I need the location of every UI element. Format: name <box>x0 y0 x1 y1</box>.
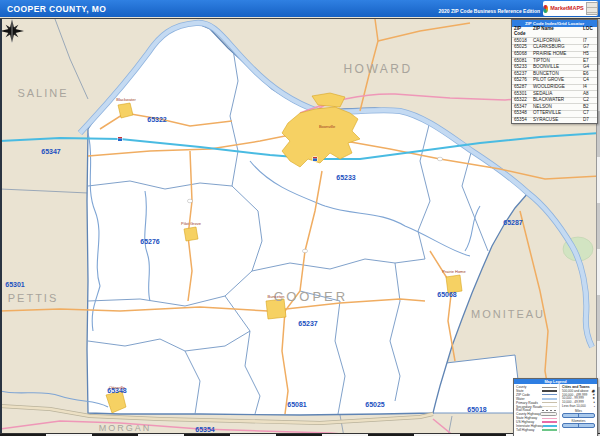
zip-code-label[interactable]: 65018 <box>467 406 486 413</box>
zip-code-label[interactable]: 65233 <box>336 174 355 181</box>
cell-zip-name: BOONVILLE <box>533 65 583 70</box>
table-row[interactable]: 65081 TIPTON E7 <box>512 57 597 64</box>
interstate-shield-icon <box>313 157 318 162</box>
legend-line-sample <box>542 410 557 411</box>
table-row[interactable]: 65018 CALIFORNIA I7 <box>512 37 597 44</box>
cell-loc: I4 <box>583 85 595 90</box>
legend-line-sample <box>542 398 557 400</box>
map-artwork <box>0 19 600 436</box>
title-banner: COOPER COUNTY, MO 2020 ZIP Code Business… <box>0 0 600 17</box>
logo-fineprint-box <box>586 2 598 15</box>
legend-line-sample <box>542 402 557 403</box>
zip-code-label[interactable]: 65347 <box>41 148 60 155</box>
compass-rose-icon <box>0 19 24 43</box>
county-name: SALINE <box>17 87 68 99</box>
zip-code-text: 65347 <box>41 148 60 155</box>
zip-code-label[interactable]: 65276 <box>140 238 159 245</box>
cell-zip-code: 65018 <box>514 39 533 44</box>
county-name: MONITEAU <box>471 308 545 320</box>
table-row[interactable]: 65025 CLARKSBURG G7 <box>512 44 597 51</box>
marketmaps-logo: MarketMAPS <box>543 1 598 16</box>
table-row[interactable]: 65322 BLACKWATER C2 <box>512 97 597 104</box>
zip-code-label[interactable]: 65287 <box>503 219 522 226</box>
zip-code-text: 65276 <box>140 238 159 245</box>
city-name-label: Pilot Grove <box>181 221 201 226</box>
county-label: MONITEAU <box>471 308 545 320</box>
cell-loc: D7 <box>583 118 595 123</box>
zip-code-text: 65322 <box>147 116 166 123</box>
table-row[interactable]: 65276 PILOT GROVE C4 <box>512 77 597 84</box>
zip-code-label[interactable]: 65068 <box>437 291 456 298</box>
zip-code-label[interactable]: 65322 <box>147 116 166 123</box>
county-label: COOPER <box>274 289 348 304</box>
city-name-label: Prairie Home <box>442 269 465 274</box>
interstate-shield-icon <box>118 137 123 142</box>
city-name-text: Pilot Grove <box>181 221 201 226</box>
city-name-text: Otterville <box>109 385 125 390</box>
county-name: HOWARD <box>343 62 412 76</box>
cell-loc: E6 <box>583 72 595 77</box>
table-row[interactable]: 65347 NELSON B2 <box>512 103 597 110</box>
zip-table-rows: 65018 CALIFORNIA I7 65025 CLARKSBURG G7 … <box>512 37 597 123</box>
table-row[interactable]: 65233 BOONVILLE G4 <box>512 64 597 71</box>
cell-zip-name: WOOLDRIDGE <box>533 85 583 90</box>
cell-zip-name: CLARKSBURG <box>533 45 583 50</box>
cell-loc: B2 <box>583 105 595 110</box>
table-row[interactable]: 65287 WOOLDRIDGE I4 <box>512 84 597 91</box>
county-label: SALINE <box>17 87 68 99</box>
city-name-label: Otterville <box>109 385 125 390</box>
city-name-text: Blackwater <box>116 97 136 102</box>
table-row[interactable]: 65237 BUNCETON E6 <box>512 70 597 77</box>
table-row[interactable]: 65354 SYRACUSE D7 <box>512 117 597 124</box>
legend-line-sample <box>543 425 557 427</box>
cell-loc: A8 <box>583 92 595 97</box>
col-loc: LOC <box>583 27 595 37</box>
edition-label: 2020 ZIP Code Business Reference Edition <box>438 8 540 14</box>
cell-zip-code: 65237 <box>514 72 533 77</box>
table-row[interactable]: 65348 OTTERVILLE C7 <box>512 110 597 117</box>
map-canvas[interactable]: SALINEHOWARDPETTISCOOPERMONITEAUMORGAN 6… <box>0 18 600 436</box>
cell-loc: C7 <box>583 111 595 116</box>
city-name-label: Boonville <box>319 124 335 129</box>
cell-zip-name: TIPTON <box>533 59 583 64</box>
cell-zip-code: 65233 <box>514 65 533 70</box>
scale-bars: Miles Kilometers <box>562 409 595 427</box>
scale-bar <box>562 423 595 427</box>
zip-code-label[interactable]: 65081 <box>287 401 306 408</box>
col-zip-name: ZIP Name <box>533 27 583 37</box>
zip-code-text: 65025 <box>365 401 384 408</box>
zip-code-label[interactable]: 65354 <box>195 426 214 433</box>
zip-code-label[interactable]: 65025 <box>365 401 384 408</box>
city-name-text: Boonville <box>319 124 335 129</box>
cell-loc: C2 <box>583 98 595 103</box>
zip-code-text: 65354 <box>195 426 214 433</box>
cell-zip-name: SEDALIA <box>533 92 583 97</box>
table-row[interactable]: 65301 SEDALIA A8 <box>512 90 597 97</box>
table-row[interactable]: 65068 PRAIRIE HOME H5 <box>512 51 597 58</box>
cell-zip-name: PILOT GROVE <box>533 78 583 83</box>
city-name-label: Bunceton <box>268 294 285 299</box>
zip-code-label[interactable]: 65237 <box>298 320 317 327</box>
legend-line-sample <box>542 406 557 407</box>
zip-code-label[interactable]: 65301 <box>5 281 24 288</box>
scale-bar <box>562 413 595 417</box>
city-symbol-icon: ● <box>593 401 595 404</box>
county-name: MORGAN <box>99 423 152 433</box>
city-name-text: Prairie Home <box>442 269 465 274</box>
cell-zip-name: BUNCETON <box>533 72 583 77</box>
legend-line-sample <box>542 418 557 420</box>
city-class-label: Less than 10,000 <box>562 404 586 408</box>
zip-code-text: 65233 <box>336 174 355 181</box>
cell-loc: G7 <box>583 45 595 50</box>
city-name-label: Blackwater <box>116 97 136 102</box>
legend-line-sample <box>542 387 557 388</box>
map-legend: Map Legend County State ZIP Code <box>513 378 598 436</box>
cell-loc: I7 <box>583 39 595 44</box>
cell-zip-name: PRAIRIE HOME <box>533 52 583 57</box>
legend-line-sample <box>542 429 557 431</box>
map-application-window: COOPER COUNTY, MO 2020 ZIP Code Business… <box>0 0 600 436</box>
cell-loc: G4 <box>583 65 595 70</box>
zip-code-text: 65081 <box>287 401 306 408</box>
city-class-row: Less than 10,000 ● <box>562 404 595 408</box>
cell-loc: E7 <box>583 59 595 64</box>
